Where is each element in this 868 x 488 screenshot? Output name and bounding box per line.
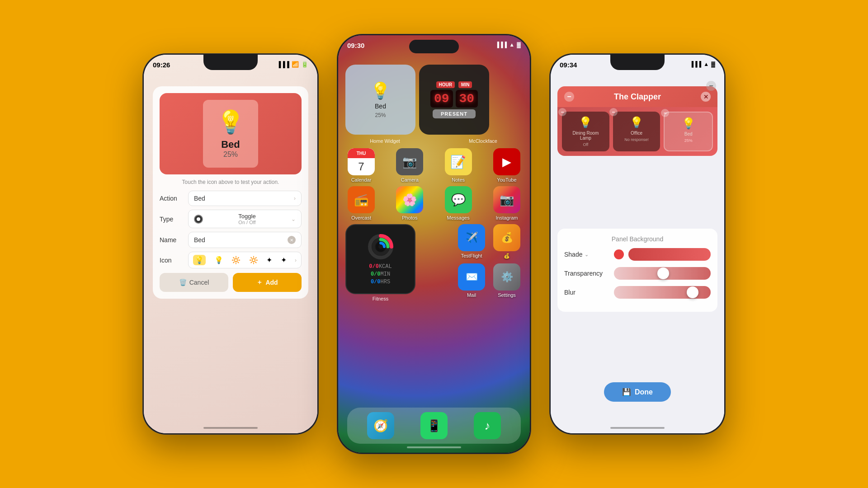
prize-icon: 💰: [493, 224, 520, 251]
device-bulb-3: 💡: [682, 117, 695, 130]
testflight-icon: ✈️: [458, 224, 485, 251]
settings-icon: ⚙️: [493, 263, 520, 291]
wifi-icon-2: ▲: [509, 42, 514, 48]
dock-whatsapp[interactable]: 📱: [418, 412, 450, 439]
bulb-display[interactable]: 💡 Bed 25%: [160, 93, 302, 174]
icon-alt2[interactable]: ✦: [266, 256, 272, 264]
app-overcast[interactable]: 📻 Overcast: [345, 186, 377, 221]
blur-slider[interactable]: [614, 286, 711, 299]
device-name-2: Office: [631, 131, 642, 136]
fitness-widget[interactable]: 0/0KCAL 0/0MIN 0/0HRS: [345, 224, 415, 294]
dock: 🧭 📱 ♪: [347, 408, 521, 444]
name-field[interactable]: Bed ✕: [188, 232, 302, 248]
name-clear-btn[interactable]: ✕: [288, 236, 296, 244]
app-calendar[interactable]: THU 7 Calendar: [345, 148, 377, 183]
app-notes[interactable]: 📝 Notes: [443, 148, 474, 183]
icon-bulb-on[interactable]: 💡: [193, 255, 206, 265]
device-status-2: No response!: [624, 137, 649, 142]
clock-present-btn[interactable]: PRESENT: [433, 109, 476, 118]
clapper-title: The Clapper: [574, 92, 701, 102]
blur-row: Blur: [564, 286, 711, 299]
dock-safari[interactable]: 🧭: [365, 412, 396, 439]
home-grid: 💡 Bed 25% HOUR MIN 09 30 PRESENT: [338, 60, 530, 310]
home-widget[interactable]: 💡 Bed 25%: [345, 65, 415, 135]
dock-spotify[interactable]: ♪: [472, 412, 503, 439]
name-label: Name: [160, 236, 184, 244]
instagram-label: Instagram: [496, 215, 518, 221]
app-youtube[interactable]: ▶ YouTube: [491, 148, 523, 183]
dynamic-island: [409, 40, 459, 53]
clapper-devices: − 💡 Dining Room Lamp Off − 💡 Office No r…: [557, 107, 717, 156]
app-instagram[interactable]: 📷 Instagram: [491, 186, 523, 221]
transparency-slider[interactable]: [614, 267, 711, 280]
notes-icon: 📝: [445, 148, 472, 175]
device-minus-3[interactable]: −: [661, 109, 669, 117]
clock-min-val: 30: [459, 92, 475, 106]
signal-icon: ▐▐▐: [277, 61, 289, 68]
transparency-row: Transparency: [564, 267, 711, 280]
home-widget-label: Home Widget: [350, 138, 420, 144]
top-minus-btn[interactable]: −: [706, 81, 716, 91]
clapper-minus-btn[interactable]: −: [564, 92, 574, 102]
icon-alt1[interactable]: 🔆: [249, 256, 258, 264]
calendar-icon: THU 7: [348, 148, 375, 175]
device-bed[interactable]: − 💡 Bed 25%: [664, 112, 713, 151]
fitness-min: 0/0MIN: [371, 271, 390, 277]
battery-icon-3: ▓: [711, 61, 715, 67]
icon-dash[interactable]: 💡: [214, 256, 223, 264]
action-card: 💡 Bed 25% Touch the icon above to test y…: [153, 86, 308, 299]
device-minus-1[interactable]: −: [558, 108, 566, 116]
overcast-label: Overcast: [351, 215, 371, 221]
app-messages[interactable]: 💬 Messages: [443, 186, 474, 221]
status-icons-2: ▐▐▐ ▲ ▓: [495, 42, 521, 48]
app-photos[interactable]: 🌸 Photos: [394, 186, 425, 221]
shade-color-dot[interactable]: [614, 249, 624, 259]
app-testflight[interactable]: ✈️ TestFlight: [456, 224, 487, 259]
shade-slider[interactable]: [628, 248, 711, 261]
transparency-label: Transparency: [564, 270, 609, 277]
name-row: Name Bed ✕: [160, 232, 302, 248]
camera-icon: 📷: [396, 148, 423, 175]
type-field[interactable]: Toggle On / Off ⌄: [188, 210, 302, 228]
add-button[interactable]: ＋ Add: [233, 273, 302, 292]
device-status-1: Off: [583, 142, 588, 147]
device-dining[interactable]: − 💡 Dining Room Lamp Off: [562, 112, 609, 151]
home-indicator-1: [203, 427, 258, 429]
app-row-2: 📻 Overcast 🌸 Photos 💬 Messages: [345, 186, 523, 221]
device-pct-display: 25%: [223, 150, 238, 159]
shade-label: Shade ⌄: [564, 251, 609, 258]
icon-bulb-off[interactable]: 🔆: [231, 256, 241, 264]
device-bulb-2: 💡: [630, 116, 643, 129]
fitness-label: Fitness: [373, 296, 388, 301]
device-name-display: Bed: [221, 139, 240, 150]
icon-alt3[interactable]: ✦: [281, 256, 287, 264]
photos-label: Photos: [402, 215, 417, 221]
panel-bg-section: Panel Background Shade ⌄ Transparency Bl…: [557, 229, 717, 312]
notch-3: [610, 55, 665, 70]
icon-row-field[interactable]: 💡 💡 🔆 🔆 ✦ ✦ ›: [188, 252, 302, 268]
clock-widget[interactable]: HOUR MIN 09 30 PRESENT: [419, 65, 489, 135]
messages-label: Messages: [447, 215, 470, 221]
device-minus-2[interactable]: −: [609, 108, 618, 116]
app-settings[interactable]: ⚙️ Settings: [491, 263, 523, 298]
spotify-icon: ♪: [474, 412, 501, 439]
status-icons-1: ▐▐▐ 📶 🔋: [277, 61, 308, 68]
done-button[interactable]: 💾 Done: [604, 382, 671, 402]
clapper-close-btn[interactable]: ✕: [701, 92, 711, 102]
action-field[interactable]: Bed ›: [188, 191, 302, 206]
app-mail[interactable]: ✉️ Mail: [456, 263, 487, 298]
transparency-thumb[interactable]: [657, 267, 669, 279]
app-prize[interactable]: 💰 💰: [491, 224, 523, 259]
app-camera[interactable]: 📷 Camera: [394, 148, 425, 183]
shade-chevron[interactable]: ⌄: [585, 252, 589, 258]
cancel-button[interactable]: 🗑️ Cancel: [160, 273, 228, 292]
mail-icon: ✉️: [458, 263, 485, 291]
device-office[interactable]: − 💡 Office No response!: [613, 112, 660, 151]
icon-label: Icon: [160, 257, 184, 264]
clock-labels: HOUR MIN: [436, 81, 472, 88]
safari-icon: 🧭: [367, 412, 394, 439]
toggle-circle: [194, 215, 203, 224]
hint-text: Touch the icon above to test your action…: [160, 179, 302, 185]
signal-icon-3: ▐▐▐: [690, 61, 702, 67]
blur-thumb[interactable]: [687, 286, 698, 298]
